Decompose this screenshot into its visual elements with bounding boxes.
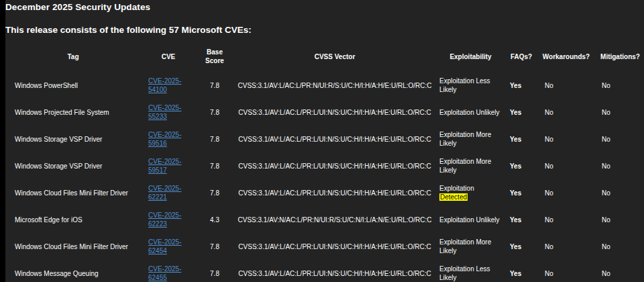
mitigations-cell: No [595,179,644,206]
faqs-cell: Yes [505,99,537,126]
base-score-cell: 7.8 [196,99,233,126]
workarounds-cell: No [537,126,595,152]
tag-cell: Windows Projected File System [5,99,141,126]
tag-cell: Windows Message Queuing [5,260,141,282]
faqs-cell: Yes [505,260,537,282]
exploitation-detected-highlight: Detected [439,193,468,201]
base-score-cell: 7.8 [196,233,233,260]
cve-cell: CVE-2025-62223 [141,206,196,233]
tag-cell: Windows Storage VSP Driver [5,126,141,152]
cvss-vector-cell: CVSS:3.1/AV:L/AC:L/PR:L/UI:N/S:U/C:H/I:H… [233,179,436,206]
column-header-cve: CVE [141,41,196,72]
workarounds-cell: No [537,152,595,179]
cve-link[interactable]: CVE-2025-62223 [148,211,186,228]
exploitability-cell: Exploitation More Likely [436,152,505,179]
table-row: Windows Storage VSP Driver CVE-2025-5951… [5,152,644,179]
cve-table: Tag CVE Base Score CVSS Vector Exploitab… [5,41,644,282]
cve-cell: CVE-2025-54100 [141,72,196,99]
table-row: Microsoft Edge for iOS CVE-2025-62223 4.… [5,206,644,233]
cve-cell: CVE-2025-59517 [141,152,196,179]
cvss-vector-cell: CVSS:3.1/AV:L/AC:L/PR:L/UI:N/S:U/C:H/I:H… [233,99,436,126]
faqs-cell: Yes [505,233,537,260]
exploitability-cell: Exploitation Unlikely [436,99,505,126]
cve-link[interactable]: CVE-2025-59517 [148,157,186,175]
release-notes-page: December 2025 Security Updates This rele… [5,0,644,282]
faqs-cell: Yes [505,152,537,179]
workarounds-cell: No [537,72,595,99]
base-score-cell: 7.8 [196,126,233,152]
table-header-row: Tag CVE Base Score CVSS Vector Exploitab… [5,41,644,72]
cve-link[interactable]: CVE-2025-62455 [148,265,186,282]
column-header-mitigations: Mitigations? [595,41,644,72]
table-row: Windows Storage VSP Driver CVE-2025-5951… [5,126,644,152]
cve-link[interactable]: CVE-2025-55233 [148,103,186,121]
tag-cell: Windows PowerShell [5,72,141,99]
base-score-cell: 7.8 [196,260,233,282]
cvss-vector-cell: CVSS:3.1/AV:L/AC:L/PR:L/UI:N/S:U/C:H/I:H… [233,126,436,152]
workarounds-cell: No [537,179,595,206]
cve-cell: CVE-2025-62221 [141,179,196,206]
workarounds-cell: No [537,206,595,233]
column-header-cvss-vector: CVSS Vector [233,41,436,72]
table-row: Windows Projected File System CVE-2025-5… [5,99,644,126]
mitigations-cell: No [595,152,644,179]
table-row: Windows Cloud Files Mini Filter Driver C… [5,179,644,206]
cvss-vector-cell: CVSS:3.1/AV:L/AC:L/PR:N/UI:R/S:U/C:H/I:H… [233,72,436,99]
faqs-cell: Yes [505,206,537,233]
cve-cell: CVE-2025-55233 [141,99,196,126]
exploitability-cell: Exploitation Less Likely [436,72,505,99]
cve-cell: CVE-2025-59516 [141,126,196,152]
table-row: Windows Message Queuing CVE-2025-62455 7… [5,260,644,282]
exploitability-cell: Exploitation More Likely [436,233,505,260]
cve-cell: CVE-2025-62455 [141,260,196,282]
release-summary: This release consists of the following 5… [5,25,644,36]
cve-cell: CVE-2025-62454 [141,233,196,260]
base-score-cell: 7.8 [196,72,233,99]
cve-link[interactable]: CVE-2025-62221 [148,184,186,201]
cve-link[interactable]: CVE-2025-59516 [148,130,186,148]
column-header-faqs: FAQs? [505,41,537,72]
workarounds-cell: No [537,233,595,260]
tag-cell: Microsoft Edge for iOS [5,206,141,233]
mitigations-cell: No [595,206,644,233]
exploitability-cell: Exploitation Detected [436,179,505,206]
cvss-vector-cell: CVSS:3.1/AV:L/AC:L/PR:L/UI:N/S:U/C:H/I:H… [233,152,436,179]
mitigations-cell: No [595,233,644,260]
workarounds-cell: No [537,260,595,282]
faqs-cell: Yes [505,179,537,206]
cve-link[interactable]: CVE-2025-54100 [148,77,186,94]
column-header-exploitability: Exploitability [436,41,505,72]
base-score-cell: 4.3 [196,206,233,233]
column-header-tag: Tag [5,41,141,72]
faqs-cell: Yes [505,126,537,152]
mitigations-cell: No [595,126,644,152]
cvss-vector-cell: CVSS:3.1/AV:N/AC:L/PR:N/UI:R/S:U/C:N/I:L… [233,206,436,233]
exploitability-cell: Exploitation Less Likely [436,260,505,282]
mitigations-cell: No [595,260,644,282]
column-header-workarounds: Workarounds? [537,41,595,72]
mitigations-cell: No [595,99,644,126]
workarounds-cell: No [537,99,595,126]
base-score-cell: 7.8 [196,152,233,179]
cvss-vector-cell: CVSS:3.1/AV:L/AC:L/PR:L/UI:N/S:U/C:H/I:H… [233,233,436,260]
mitigations-cell: No [595,72,644,99]
page-left-edge [0,0,5,282]
tag-cell: Windows Cloud Files Mini Filter Driver [5,179,141,206]
column-header-base-score: Base Score [196,41,233,72]
table-row: Windows Cloud Files Mini Filter Driver C… [5,233,644,260]
exploitability-cell: Exploitation More Likely [436,126,505,152]
cve-link[interactable]: CVE-2025-62454 [148,238,186,255]
table-row: Windows PowerShell CVE-2025-54100 7.8 CV… [5,72,644,99]
page-title: December 2025 Security Updates [5,2,644,13]
cvss-vector-cell: CVSS:3.1/AV:L/AC:L/PR:L/UI:N/S:U/C:H/I:H… [233,260,436,282]
faqs-cell: Yes [505,72,537,99]
tag-cell: Windows Storage VSP Driver [5,152,141,179]
tag-cell: Windows Cloud Files Mini Filter Driver [5,233,141,260]
base-score-cell: 7.8 [196,179,233,206]
exploitability-cell: Exploitation Unlikely [436,206,505,233]
